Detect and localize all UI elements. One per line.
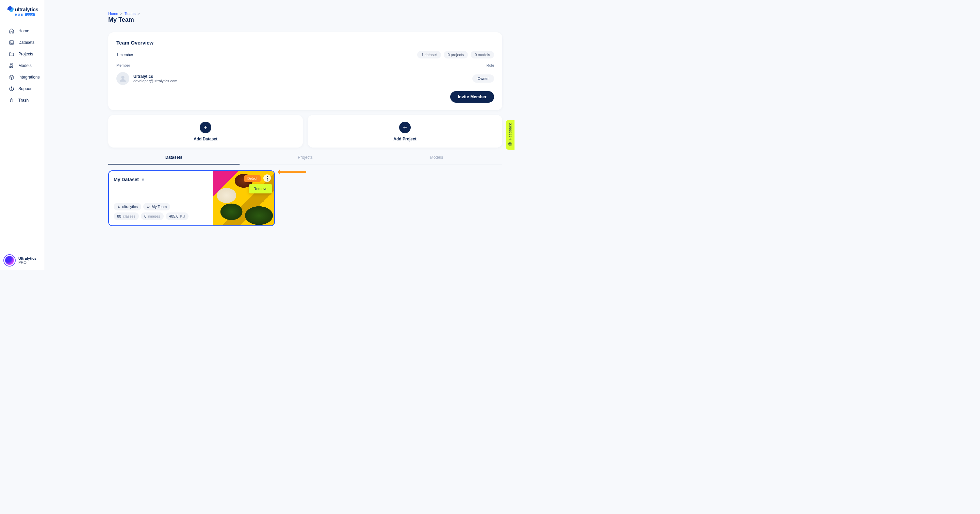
- brand-name: ultralytics: [15, 6, 38, 12]
- nav-label: Home: [18, 29, 29, 33]
- dataset-title: My Dataset: [114, 177, 139, 182]
- th-role: Role: [486, 63, 494, 67]
- add-dataset-label: Add Dataset: [194, 136, 218, 141]
- stat-datasets: 1 dataset: [417, 51, 441, 59]
- nav-support[interactable]: Support: [0, 83, 45, 95]
- stat-projects: 0 projects: [444, 51, 468, 59]
- add-project-button[interactable]: + Add Project: [308, 115, 502, 148]
- dataset-card[interactable]: My Dataset ultralytics My Team 80cla: [108, 170, 275, 226]
- tab-projects[interactable]: Projects: [240, 151, 371, 165]
- breadcrumb-home[interactable]: Home: [108, 11, 118, 16]
- svg-point-6: [118, 206, 119, 207]
- nav-models[interactable]: Models: [0, 60, 45, 71]
- th-member: Member: [116, 63, 130, 67]
- stat-models: 0 models: [471, 51, 494, 59]
- nav-projects[interactable]: Projects: [0, 48, 45, 60]
- nav-home[interactable]: Home: [0, 25, 45, 37]
- breadcrumb-teams[interactable]: Teams: [124, 11, 135, 16]
- nav-label: Support: [18, 86, 33, 91]
- tab-models[interactable]: Models: [371, 151, 502, 165]
- member-count: 1 member: [116, 53, 134, 57]
- user-name: Ultralytics: [18, 256, 37, 260]
- feedback-button[interactable]: Feedback: [506, 120, 514, 150]
- member-role: Owner: [472, 75, 494, 82]
- member-name: Ultralytics: [134, 74, 177, 79]
- nav-datasets[interactable]: Datasets: [0, 37, 45, 48]
- member-row: Ultralytics developer@ultralytics.com Ow…: [116, 71, 494, 89]
- images-chip: 6images: [141, 213, 164, 220]
- user-plan: PRO: [18, 260, 37, 265]
- svg-point-10: [509, 143, 510, 144]
- add-project-label: Add Project: [393, 136, 416, 141]
- invite-member-button[interactable]: Invite Member: [450, 91, 494, 103]
- breadcrumb: Home > Teams >: [108, 11, 502, 16]
- nav-label: Trash: [18, 98, 29, 103]
- overview-title: Team Overview: [116, 40, 494, 46]
- nav: Home Datasets Projects Models Integratio…: [0, 25, 45, 106]
- layers-icon: [9, 75, 14, 80]
- kebab-menu-button[interactable]: [263, 175, 271, 182]
- svg-point-11: [511, 143, 511, 144]
- nav-trash[interactable]: Trash: [0, 95, 45, 106]
- command-icon: [9, 63, 14, 68]
- classes-chip: 80classes: [114, 213, 139, 220]
- trash-icon: [9, 98, 14, 103]
- svg-point-1: [11, 42, 11, 43]
- svg-point-9: [508, 143, 512, 146]
- svg-point-4: [121, 76, 124, 79]
- help-icon: [9, 86, 14, 92]
- team-overview-card: Team Overview 1 member 1 dataset 0 proje…: [108, 32, 502, 110]
- tabs: Datasets Projects Models: [108, 151, 502, 165]
- member-avatar-icon: [116, 72, 129, 85]
- member-email: developer@ultralytics.com: [134, 79, 177, 83]
- svg-point-7: [147, 206, 148, 207]
- sidebar: ultralytics HUB BETA Home Datasets Proje…: [0, 0, 45, 270]
- nav-label: Integrations: [18, 75, 40, 79]
- main: Home > Teams > My Team Team Overview 1 m…: [45, 0, 514, 270]
- tab-datasets[interactable]: Datasets: [108, 151, 240, 165]
- smile-icon: [508, 142, 512, 146]
- brand-beta-badge: BETA: [25, 13, 35, 16]
- size-chip: 405.6KB: [166, 213, 189, 220]
- nav-label: Models: [18, 63, 32, 68]
- nav-label: Datasets: [18, 40, 34, 45]
- lock-icon: [141, 176, 145, 182]
- nav-label: Projects: [18, 52, 33, 56]
- plus-icon: +: [399, 122, 411, 133]
- svg-rect-0: [10, 41, 14, 44]
- team-chip: My Team: [143, 203, 170, 210]
- sidebar-user[interactable]: Ultralytics PRO: [3, 254, 37, 267]
- svg-rect-5: [142, 179, 144, 181]
- dataset-thumbnail: Detect Remove: [213, 171, 274, 225]
- nav-integrations[interactable]: Integrations: [0, 71, 45, 83]
- owner-chip: ultralytics: [114, 203, 141, 210]
- home-icon: [9, 28, 14, 34]
- brand-hub: HUB: [15, 13, 24, 16]
- logo[interactable]: ultralytics HUB BETA: [0, 0, 45, 19]
- image-icon: [9, 40, 14, 45]
- datasets-grid: My Dataset ultralytics My Team 80cla: [108, 170, 502, 226]
- svg-point-8: [149, 206, 150, 207]
- logo-mark-icon: [8, 6, 14, 12]
- remove-menu-item[interactable]: Remove: [249, 184, 272, 194]
- folder-icon: [9, 51, 14, 57]
- avatar-icon: [3, 254, 16, 267]
- detect-badge: Detect: [244, 175, 261, 182]
- annotation-arrow-icon: [278, 171, 306, 173]
- add-dataset-button[interactable]: + Add Dataset: [108, 115, 303, 148]
- page-title: My Team: [108, 16, 502, 24]
- feedback-label: Feedback: [508, 124, 512, 140]
- plus-icon: +: [200, 122, 211, 133]
